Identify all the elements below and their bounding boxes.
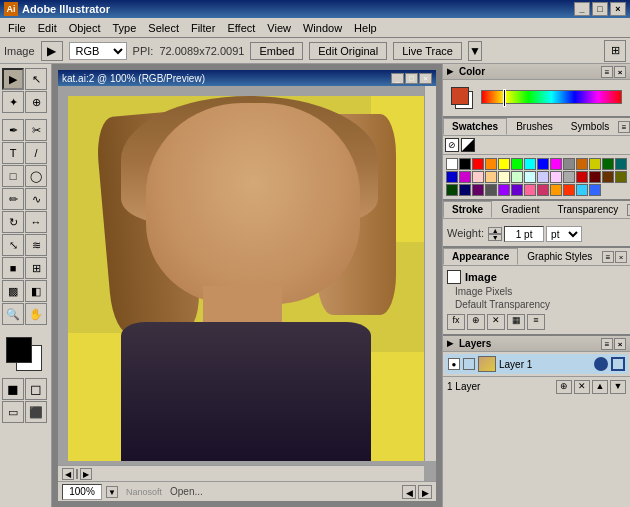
line-tool[interactable]: / [25, 142, 47, 164]
fill-button[interactable]: ◼ [2, 378, 24, 400]
swatch-brown[interactable] [576, 158, 588, 170]
appearance-add-btn[interactable]: ⊕ [467, 314, 485, 330]
layer-target-btn[interactable] [594, 357, 608, 371]
type-tool[interactable]: T [2, 142, 24, 164]
stroke-button[interactable]: ◻ [25, 378, 47, 400]
layer-add-btn[interactable]: ⊕ [556, 380, 572, 394]
live-trace-button[interactable]: Live Trace [393, 42, 462, 60]
tab-appearance[interactable]: Appearance [443, 248, 518, 265]
tab-transparency[interactable]: Transparency [548, 201, 627, 218]
swatch-amber[interactable] [550, 184, 562, 196]
swatch-ltcyan[interactable] [524, 171, 536, 183]
tab-gradient[interactable]: Gradient [492, 201, 548, 218]
swatch-bw-btn[interactable] [461, 138, 475, 152]
menu-type[interactable]: Type [107, 20, 143, 36]
smooth-tool[interactable]: ∿ [25, 188, 47, 210]
document-content[interactable]: ◀ ▶ [58, 86, 436, 481]
swatch-dkviolet[interactable] [511, 184, 523, 196]
swatch-blue[interactable] [537, 158, 549, 170]
color-spectrum[interactable] [481, 90, 622, 104]
swatch-ltyellow[interactable] [498, 171, 510, 183]
play-arrow[interactable]: ▶ [41, 41, 63, 61]
tab-brushes[interactable]: Brushes [507, 118, 562, 135]
scroll-prev[interactable]: ◀ [402, 485, 416, 499]
gradient-tool[interactable]: ■ [2, 257, 24, 279]
appearance-panel-close[interactable]: × [615, 251, 627, 263]
swatch-skyblue[interactable] [576, 184, 588, 196]
appearance-clear-btn[interactable]: ≡ [527, 314, 545, 330]
reflect-tool[interactable]: ↔ [25, 211, 47, 233]
ellipse-tool[interactable]: ◯ [25, 165, 47, 187]
weight-input[interactable] [504, 226, 544, 242]
swatch-ltmagenta[interactable] [550, 171, 562, 183]
color-panel-close[interactable]: × [614, 66, 626, 78]
swatch-violet[interactable] [498, 184, 510, 196]
swatch-ltgray[interactable] [563, 171, 575, 183]
live-trace-dropdown-arrow[interactable]: ▼ [468, 41, 482, 61]
close-button[interactable]: × [610, 2, 626, 16]
panel-menu-button[interactable]: ⊞ [604, 40, 626, 62]
doc-maximize[interactable]: □ [405, 73, 418, 84]
layer-move-up-btn[interactable]: ▲ [592, 380, 608, 394]
layer-row-1[interactable]: ● Layer 1 [445, 354, 628, 374]
color-panel-header[interactable]: ▶ Color ≡ × [443, 64, 630, 80]
warp-tool[interactable]: ≋ [25, 234, 47, 256]
layers-panel-header[interactable]: ▶ Layers ≡ × [443, 336, 630, 352]
swatch-vdkgreen[interactable] [446, 184, 458, 196]
weight-stepper[interactable]: ▲ ▼ [488, 227, 502, 241]
swatch-olive[interactable] [589, 158, 601, 170]
weight-up[interactable]: ▲ [488, 227, 502, 234]
maximize-button[interactable]: □ [592, 2, 608, 16]
swatch-vdkpurple[interactable] [472, 184, 484, 196]
swatch-dkred[interactable] [576, 171, 588, 183]
layers-panel-menu[interactable]: ≡ [601, 338, 613, 350]
scale-tool[interactable]: ⤡ [2, 234, 24, 256]
layers-panel-close[interactable]: × [614, 338, 626, 350]
scroll-next[interactable]: ▶ [418, 485, 432, 499]
vertical-scrollbar[interactable] [424, 86, 436, 461]
zoom-tool[interactable]: 🔍 [2, 303, 24, 325]
layer-move-down-btn[interactable]: ▼ [610, 380, 626, 394]
pen-tool[interactable]: ✒ [2, 119, 24, 141]
magic-wand-tool[interactable]: ✦ [2, 91, 24, 113]
tab-symbols[interactable]: Symbols [562, 118, 618, 135]
swatch-gray[interactable] [563, 158, 575, 170]
screen-mode-button[interactable]: ▭ [2, 401, 24, 423]
menu-view[interactable]: View [261, 20, 297, 36]
mesh-tool[interactable]: ⊞ [25, 257, 47, 279]
doc-open-label[interactable]: Open... [170, 486, 203, 497]
swatch-pink[interactable] [524, 184, 536, 196]
swatch-teal[interactable] [615, 158, 627, 170]
embed-button[interactable]: Embed [250, 42, 303, 60]
swatch-orange[interactable] [485, 158, 497, 170]
swatch-yellow[interactable] [498, 158, 510, 170]
menu-edit[interactable]: Edit [32, 20, 63, 36]
swatches-panel-menu[interactable]: ≡ [618, 121, 630, 133]
tab-swatches[interactable]: Swatches [443, 118, 507, 135]
appearance-dup-btn[interactable]: ▦ [507, 314, 525, 330]
swatch-magenta[interactable] [550, 158, 562, 170]
swatch-purple[interactable] [459, 171, 471, 183]
symbol-tool[interactable]: ◧ [25, 280, 47, 302]
appearance-swatch[interactable] [447, 270, 461, 284]
swatch-red[interactable] [472, 158, 484, 170]
swatch-vdkblue[interactable] [459, 184, 471, 196]
doc-minimize[interactable]: _ [391, 73, 404, 84]
swatch-dkgreen[interactable] [602, 158, 614, 170]
appearance-fx-btn[interactable]: fx [447, 314, 465, 330]
menu-filter[interactable]: Filter [185, 20, 221, 36]
tab-stroke[interactable]: Stroke [443, 201, 492, 218]
menu-window[interactable]: Window [297, 20, 348, 36]
weight-down[interactable]: ▼ [488, 234, 502, 241]
swatch-white[interactable] [446, 158, 458, 170]
hand-tool[interactable]: ✋ [25, 303, 47, 325]
swatch-vdkred[interactable] [589, 171, 601, 183]
zoom-input[interactable] [62, 484, 102, 500]
doc-close[interactable]: × [419, 73, 432, 84]
swatch-dkpink[interactable] [537, 184, 549, 196]
full-screen-button[interactable]: ⬛ [25, 401, 47, 423]
zoom-dropdown[interactable]: ▼ [106, 486, 118, 498]
pencil-tool[interactable]: ✏ [2, 188, 24, 210]
menu-file[interactable]: File [2, 20, 32, 36]
horizontal-scrollbar[interactable]: ◀ ▶ [58, 465, 424, 481]
